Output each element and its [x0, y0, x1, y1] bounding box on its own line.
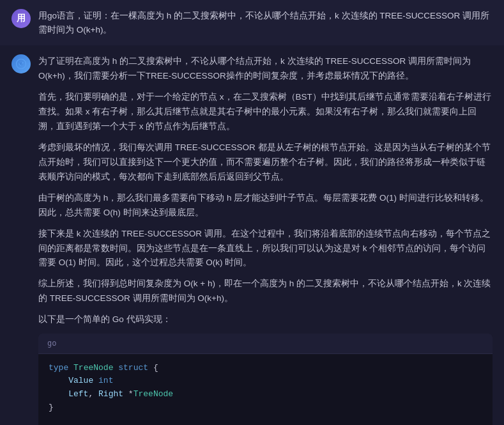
- ai-para1: 首先，我们要明确的是，对于一个给定的节点 x，在二叉搜索树（BST）中找到其后继…: [38, 90, 493, 134]
- svg-point-1: [20, 63, 23, 66]
- code-block: go type TreeNode struct { Value int Left…: [38, 334, 493, 425]
- ai-para3: 由于树的高度为 h，那么我们最多需要向下移动 h 层才能达到叶子节点。每层需要花…: [38, 191, 493, 220]
- chat-container: 用 用go语言，证明：在一棵高度为 h 的二叉搜索树中，不论从哪个结点开始，k …: [0, 0, 504, 425]
- ai-para2: 考虑到最坏的情况，我们每次调用 TREE-SUCCESSOR 都是从左子树的根节…: [38, 141, 493, 185]
- ai-code-intro: 以下是一个简单的 Go 代码实现：: [38, 313, 493, 327]
- ai-avatar: [11, 54, 31, 73]
- ai-para5: 综上所述，我们得到总时间复杂度为 O(k + h)，即在一个高度为 h 的二叉搜…: [38, 277, 493, 306]
- ai-message: 为了证明在高度为 h 的二叉搜索树中，不论从哪个结点开始，k 次连续的 TREE…: [0, 45, 504, 425]
- code-lang-label: go: [38, 334, 493, 353]
- ai-content: 为了证明在高度为 h 的二叉搜索树中，不论从哪个结点开始，k 次连续的 TREE…: [38, 54, 493, 425]
- ai-para4: 接下来是 k 次连续的 TREE-SUCCESSOR 调用。在这个过程中，我们将…: [38, 227, 493, 271]
- user-text: 用go语言，证明：在一棵高度为 h 的二叉搜索树中，不论从哪个结点开始，k 次连…: [38, 9, 493, 36]
- user-avatar-letter: 用: [17, 13, 26, 24]
- user-avatar: 用: [11, 9, 31, 28]
- ai-icon: [15, 58, 27, 70]
- user-message: 用 用go语言，证明：在一棵高度为 h 的二叉搜索树中，不论从哪个结点开始，k …: [0, 0, 504, 45]
- ai-intro: 为了证明在高度为 h 的二叉搜索树中，不论从哪个结点开始，k 次连续的 TREE…: [38, 54, 493, 84]
- code-content[interactable]: type TreeNode struct { Value int Left, R…: [38, 354, 493, 425]
